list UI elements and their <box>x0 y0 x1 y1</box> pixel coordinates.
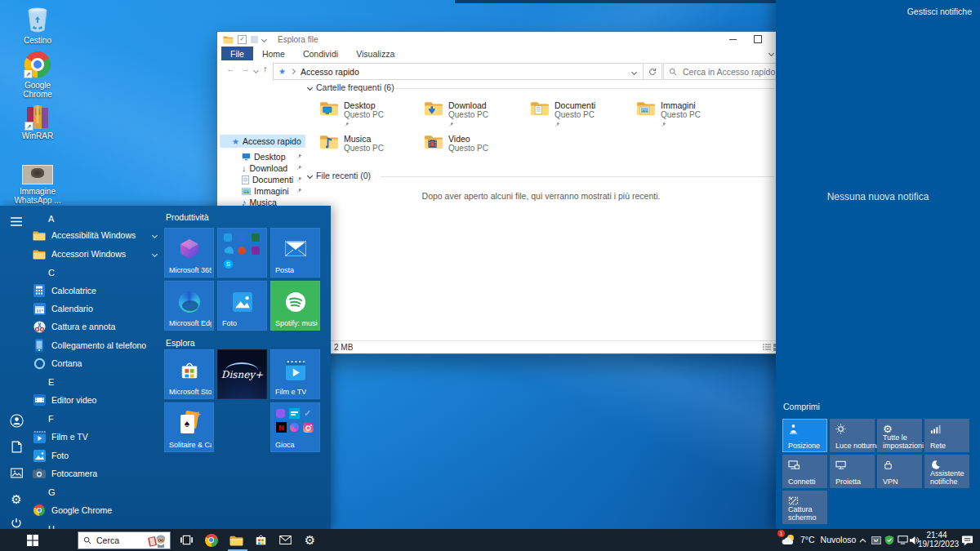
quick-action-tutte-le-impostazioni[interactable]: ⚙ Tutte le impostazioni <box>877 419 922 452</box>
sidebar-item-documents[interactable]: Documenti <box>242 174 293 185</box>
sidebar-item-desktop[interactable]: Desktop <box>242 151 286 162</box>
frequent-folders-header[interactable]: Cartelle frequenti (6) <box>308 82 394 92</box>
minimize-button[interactable] <box>722 32 744 47</box>
tile-film-e-tv[interactable]: Film e TV <box>270 349 320 399</box>
properties-button[interactable]: ✓ <box>238 35 247 44</box>
app-item-google-chrome[interactable]: Google Chrome <box>33 502 157 518</box>
app-item-calcolatrice[interactable]: Calcolatrice <box>33 282 157 299</box>
start-button[interactable] <box>25 533 39 547</box>
qat-customize-chevron-icon[interactable] <box>261 36 267 42</box>
desktop-icon-whatsapp-image[interactable]: Immagine WhatsApp ... <box>11 165 64 205</box>
quick-action-posizione[interactable]: Posizione <box>782 419 827 452</box>
pictures-button[interactable] <box>9 465 24 480</box>
tile-gioca[interactable]: ✓ N Gioca <box>270 402 320 452</box>
back-button[interactable]: ← <box>226 64 235 73</box>
app-list-header-c[interactable]: C <box>48 268 55 278</box>
taskbar-chrome-button[interactable] <box>204 533 218 547</box>
explorer-titlebar[interactable]: ✓ Esplora file ✕ <box>217 32 804 47</box>
tile-office-apps[interactable]: S <box>217 228 267 278</box>
tab-file[interactable]: File <box>221 47 253 60</box>
tile-microsoft-edge[interactable]: Microsoft Edge <box>164 281 214 331</box>
app-item-fotocamera[interactable]: Fotocamera <box>33 465 157 482</box>
tile-group-produttivita[interactable]: Produttività <box>166 212 209 222</box>
address-dropdown-chevron-icon[interactable] <box>631 69 637 75</box>
sidebar-item-download[interactable]: ↓ Download <box>242 162 287 174</box>
tile-spotify[interactable]: Spotify: music... <box>270 281 320 331</box>
tray-vm-icon[interactable] <box>871 533 882 547</box>
tile-posta[interactable]: Posta <box>270 228 320 278</box>
desktop-icon-google-chrome[interactable]: ↗ Google Chrome <box>11 51 64 99</box>
tile-microsoft-365[interactable]: Microsoft 365... <box>164 228 214 278</box>
sidebar-item-pictures[interactable]: Immagini <box>242 185 289 197</box>
tray-network-icon[interactable] <box>897 533 908 547</box>
quick-action-cattura-schermo[interactable]: Cattura schermo <box>782 491 827 524</box>
taskbar-store-button[interactable] <box>254 533 268 547</box>
weather-text[interactable]: 7°C Nuvoloso <box>800 535 856 544</box>
app-list-header-a[interactable]: A <box>48 214 54 224</box>
collapse-quick-actions-link[interactable]: Comprimi <box>783 402 820 411</box>
app-item-editor-video[interactable]: Editor video <box>33 392 157 408</box>
app-list-header-g[interactable]: G <box>48 487 56 497</box>
app-item-calendario[interactable]: Calendario <box>33 300 157 317</box>
user-account-button[interactable] <box>9 413 24 428</box>
sidebar-item-quick-access[interactable]: ★ Accesso rapido <box>232 136 301 147</box>
menu-hamburger-button[interactable] <box>9 214 24 229</box>
folder-tile-download[interactable]: Download Questo PC <box>424 100 523 129</box>
tab-share[interactable]: Condividi <box>294 47 347 60</box>
folder-tile-documents[interactable]: Documenti Questo PC <box>530 100 630 129</box>
quick-action-luce-notturna[interactable]: Luce notturna <box>830 419 875 452</box>
quick-action-connetti[interactable]: Connetti <box>782 455 827 488</box>
breadcrumb[interactable]: Accesso rapido <box>301 67 359 77</box>
tile-foto[interactable]: Foto <box>217 281 267 331</box>
desktop-icon-recycle-bin[interactable]: Cestino <box>11 7 64 45</box>
app-list-header-f[interactable]: F <box>48 414 54 424</box>
tab-home[interactable]: Home <box>253 47 294 60</box>
taskbar-file-explorer-button[interactable] <box>229 533 243 547</box>
refresh-button[interactable] <box>643 63 662 80</box>
folder-tile-videos[interactable]: Video Questo PC <box>424 134 523 153</box>
taskbar-clock[interactable]: 21:44 19/12/2023 <box>918 531 956 549</box>
app-item-foto[interactable]: Foto <box>33 447 157 464</box>
recent-files-header[interactable]: File recenti (0) <box>308 171 371 180</box>
weather-tray-icon[interactable]: 1 <box>780 532 796 548</box>
taskbar-mail-button[interactable] <box>278 533 292 547</box>
tile-microsoft-store[interactable]: Microsoft Store <box>164 349 214 399</box>
quick-action-vpn[interactable]: VPN <box>877 455 922 488</box>
action-center-button[interactable] <box>960 533 974 547</box>
app-item-cortana[interactable]: Cortana <box>33 355 157 371</box>
app-item-cattura-e-annota[interactable]: Cattura e annota <box>33 318 157 335</box>
app-item-film-e-tv[interactable]: Film e TV <box>33 429 157 445</box>
app-list-header-e[interactable]: E <box>48 377 54 387</box>
desktop-icon-winrar[interactable]: ↗ WinRAR <box>11 104 64 140</box>
tile-group-esplora[interactable]: Esplora <box>166 338 195 348</box>
tile-solitaire[interactable]: ♠ + Solitaire & Ca... <box>164 402 214 452</box>
folder-tile-desktop[interactable]: Desktop Questo PC <box>319 100 419 129</box>
quick-action-proietta[interactable]: Proietta <box>830 455 875 488</box>
manage-notifications-link[interactable]: Gestisci notifiche <box>907 7 972 16</box>
tray-show-hidden-icons-button[interactable] <box>858 533 867 547</box>
taskbar-search-input[interactable] <box>95 535 145 546</box>
app-item-accessibilita-windows[interactable]: Accessibilità Windows <box>33 227 157 243</box>
tab-view[interactable]: Visualizza <box>347 47 403 60</box>
up-button[interactable]: ↑ <box>263 64 268 73</box>
app-item-accessori-windows[interactable]: Accessori Windows <box>33 246 157 262</box>
taskbar-settings-button[interactable]: ⚙ <box>303 533 317 547</box>
expand-chevron-icon[interactable] <box>152 232 158 238</box>
ribbon-expand-chevron-icon[interactable] <box>768 51 774 56</box>
app-item-collegamento-al-telefono[interactable]: Collegamento al telefono <box>33 337 157 353</box>
quick-action-assistente-notifiche[interactable]: Assistente notifiche <box>924 455 969 488</box>
expand-chevron-icon[interactable] <box>152 251 158 256</box>
details-view-icon[interactable] <box>763 344 771 351</box>
task-view-button[interactable] <box>180 533 194 547</box>
quick-action-rete[interactable]: Rete <box>924 419 969 452</box>
forward-button[interactable]: → <box>241 64 250 73</box>
new-folder-button[interactable] <box>251 36 258 43</box>
folder-tile-music[interactable]: Musica Questo PC <box>319 134 419 153</box>
maximize-button[interactable] <box>746 32 768 47</box>
recent-locations-chevron-icon[interactable] <box>253 68 259 73</box>
folder-tile-pictures[interactable]: Immagini Questo PC <box>636 100 736 129</box>
tray-security-icon[interactable] <box>884 533 895 547</box>
taskbar-search-box[interactable] <box>78 531 171 549</box>
settings-button[interactable]: ⚙ <box>9 491 24 506</box>
tile-disney-plus[interactable]: Disney+ <box>217 349 267 399</box>
